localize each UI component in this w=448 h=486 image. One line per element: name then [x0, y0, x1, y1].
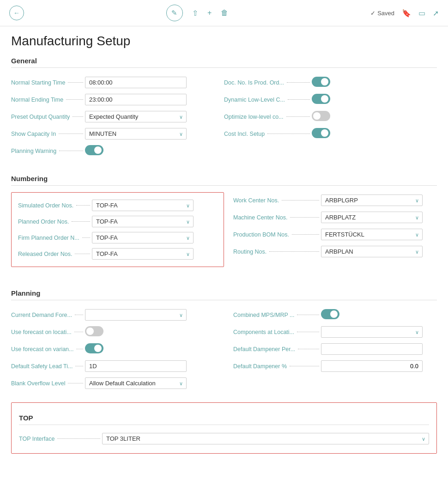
- general-section: General Normal Starting Time Normal Endi…: [11, 52, 437, 159]
- doc-no-prod-value: [312, 77, 437, 88]
- default-dampener-pct-label: Default Dampener %: [233, 363, 321, 370]
- normal-starting-time-input[interactable]: [85, 77, 187, 88]
- back-button[interactable]: ←: [9, 6, 24, 20]
- open-new-button[interactable]: ▭: [418, 9, 425, 18]
- general-right-col: Doc. No. Is Prod. Ord... Dynamic Low-Lev…: [224, 74, 437, 159]
- work-center-nos-select[interactable]: ARBPLGRP: [321, 194, 423, 206]
- show-capacity-in-label: Show Capacity In: [11, 131, 85, 137]
- work-center-nos-row: Work Center Nos. ARBPLGRP: [233, 192, 437, 208]
- default-safety-lead-row: Default Safety Lead Ti...: [11, 358, 224, 374]
- cost-incl-setup-label: Cost Incl. Setup: [224, 131, 312, 137]
- components-locati-select[interactable]: [321, 326, 423, 338]
- preset-output-qty-select[interactable]: Expected Quantity No Output Qty: [85, 111, 187, 122]
- numbering-right-col: Work Center Nos. ARBPLGRP Machine Center…: [224, 192, 437, 273]
- simulated-order-nos-label: Simulated Order Nos.: [18, 202, 92, 209]
- combined-mps-mrp-toggle[interactable]: [321, 309, 339, 319]
- released-order-nos-value: TOP-FA: [92, 248, 194, 260]
- default-dampener-pct-input[interactable]: [321, 360, 423, 372]
- saved-status: ✓ Saved: [370, 10, 394, 17]
- use-forecast-locati-row: Use forecast on locati...: [11, 324, 224, 340]
- top-interface-label: TOP Interface: [19, 436, 102, 442]
- use-forecast-varian-slider: [85, 343, 103, 353]
- cost-incl-setup-slider: [312, 128, 330, 138]
- saved-label: Saved: [377, 10, 394, 17]
- top-interface-row: TOP Interface TOP 3LITER: [19, 431, 429, 447]
- machine-center-nos-label: Machine Center Nos.: [233, 214, 321, 221]
- cost-incl-setup-toggle[interactable]: [312, 128, 330, 138]
- firm-planned-order-select[interactable]: TOP-FA: [92, 232, 194, 243]
- preset-output-qty-label: Preset Output Quantity: [11, 114, 85, 120]
- normal-starting-time-value: [85, 77, 224, 88]
- planning-warning-label: Planning Warning: [11, 148, 85, 154]
- firm-planned-order-label: Firm Planned Order N...: [18, 235, 92, 241]
- edit-button[interactable]: ✎: [166, 5, 183, 21]
- top-interface-value: TOP 3LITER: [102, 433, 429, 444]
- bookmark-button[interactable]: 🔖: [402, 9, 411, 18]
- planned-order-nos-value: TOP-FA: [92, 216, 194, 227]
- default-safety-lead-input[interactable]: [85, 360, 187, 372]
- default-dampener-per-value: [321, 343, 437, 355]
- normal-ending-time-input[interactable]: [85, 94, 187, 105]
- normal-starting-time-row: Normal Starting Time: [11, 74, 224, 91]
- normal-ending-time-label: Normal Ending Time: [11, 97, 85, 103]
- components-locati-value: [321, 326, 423, 338]
- normal-ending-time-value: [85, 94, 224, 105]
- general-section-title: General: [11, 52, 437, 68]
- default-safety-lead-value: [85, 360, 224, 372]
- default-dampener-pct-value: [321, 360, 437, 372]
- blank-overflow-level-row: Blank Overflow Level Allow Default Calcu…: [11, 375, 224, 391]
- combined-mps-mrp-label: Combined MPS/MRP ...: [233, 312, 321, 318]
- doc-no-prod-toggle[interactable]: [312, 77, 330, 87]
- planning-warning-slider: [85, 145, 103, 155]
- routing-nos-label: Routing Nos.: [233, 249, 321, 255]
- use-forecast-varian-toggle[interactable]: [85, 343, 103, 353]
- released-order-nos-select[interactable]: TOP-FA: [92, 248, 194, 260]
- show-capacity-in-select[interactable]: MINUTEN STUNDEN: [85, 128, 187, 140]
- planning-warning-value: [85, 145, 224, 157]
- components-locati-label: Components at Locati...: [233, 329, 321, 335]
- routing-nos-select[interactable]: ARBPLAN: [321, 246, 423, 257]
- optimize-low-level-toggle[interactable]: [312, 111, 330, 121]
- combined-mps-mrp-value: [321, 309, 437, 321]
- dynamic-low-level-value: [312, 94, 437, 105]
- check-icon: ✓: [370, 10, 375, 17]
- dynamic-low-level-toggle[interactable]: [312, 94, 330, 104]
- numbering-section: Numbering Simulated Order Nos. TOP-FA Pl…: [11, 170, 437, 273]
- default-dampener-pct-row: Default Dampener %: [233, 358, 437, 374]
- production-bom-nos-select[interactable]: FERTSTÜCKL: [321, 229, 423, 240]
- preset-output-qty-row: Preset Output Quantity Expected Quantity…: [11, 109, 224, 125]
- blank-overflow-level-value: Allow Default Calculation: [85, 377, 187, 389]
- work-center-nos-value: ARBPLGRP: [321, 194, 423, 206]
- current-demand-fore-label: Current Demand Fore...: [11, 312, 85, 318]
- cost-incl-setup-value: [312, 128, 437, 140]
- share-button[interactable]: ⇧: [192, 9, 198, 18]
- delete-button[interactable]: 🗑: [221, 9, 228, 17]
- top-bar: ← ✎ ⇧ + 🗑 ✓ Saved 🔖 ▭ ➚: [0, 0, 448, 26]
- doc-no-prod-slider: [312, 77, 330, 87]
- use-forecast-locati-toggle[interactable]: [85, 326, 103, 336]
- simulated-order-nos-select[interactable]: TOP-FA: [92, 200, 194, 211]
- combined-mps-mrp-row: Combined MPS/MRP ...: [233, 307, 437, 323]
- optimize-low-level-row: Optimize low-level co...: [224, 109, 437, 125]
- edit-icon: ✎: [171, 9, 177, 17]
- back-icon: ←: [13, 9, 20, 17]
- planning-section-title: Planning: [11, 285, 437, 300]
- default-dampener-per-row: Default Dampener Per...: [233, 341, 437, 357]
- doc-no-prod-row: Doc. No. Is Prod. Ord...: [224, 74, 437, 91]
- planning-warning-toggle[interactable]: [85, 145, 103, 155]
- current-demand-fore-select[interactable]: [85, 309, 187, 321]
- planned-order-nos-label: Planned Order Nos.: [18, 219, 92, 225]
- add-button[interactable]: +: [207, 9, 212, 17]
- expand-icon: ➚: [433, 9, 439, 18]
- blank-overflow-level-select[interactable]: Allow Default Calculation: [85, 377, 187, 389]
- use-forecast-locati-label: Use forecast on locati...: [11, 329, 85, 335]
- top-interface-select[interactable]: TOP 3LITER: [102, 433, 429, 444]
- default-dampener-per-input[interactable]: [321, 343, 423, 355]
- dynamic-low-level-row: Dynamic Low-Level C...: [224, 91, 437, 108]
- use-forecast-locati-slider: [85, 326, 103, 336]
- preset-output-qty-value: Expected Quantity No Output Qty: [85, 111, 187, 122]
- expand-button[interactable]: ➚: [433, 9, 439, 18]
- planning-form-grid: Current Demand Fore... Use forecast on l…: [11, 307, 437, 391]
- planned-order-nos-select[interactable]: TOP-FA: [92, 216, 194, 227]
- machine-center-nos-select[interactable]: ARBPLATZ: [321, 212, 423, 223]
